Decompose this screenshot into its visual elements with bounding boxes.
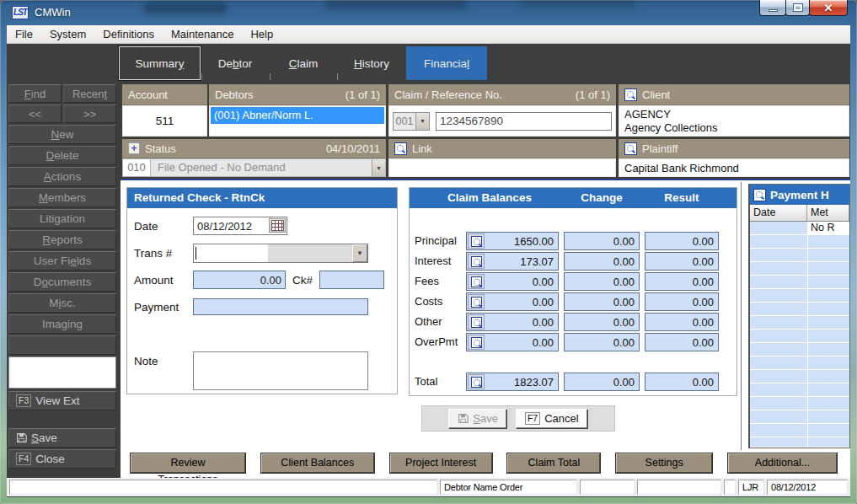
costs-balance-field[interactable]: 0.00 xyxy=(466,292,559,311)
other-change-field[interactable]: 0.00 xyxy=(564,313,640,331)
calendar-button[interactable] xyxy=(269,218,286,233)
status-dropdown[interactable]: File Opened - No Demand ▼ xyxy=(151,158,386,177)
debtor-list-item-selected[interactable]: (001) Abner/Norm L. xyxy=(211,107,384,124)
total-change-field[interactable]: 0.00 xyxy=(564,373,640,391)
sidebar-save-button[interactable]: Save xyxy=(8,428,116,448)
other-result-field[interactable]: 0.00 xyxy=(645,313,719,331)
chevron-down-icon[interactable]: ▼ xyxy=(352,244,367,262)
zoom-button[interactable] xyxy=(468,254,485,269)
chevron-down-icon[interactable]: ▼ xyxy=(415,113,429,130)
save-transaction-button[interactable]: Save xyxy=(448,409,507,429)
title-bar[interactable]: LST CMWin ✕ xyxy=(0,0,857,25)
costs-result-field[interactable]: 0.00 xyxy=(645,292,719,311)
tab-debtor[interactable]: Debtor xyxy=(201,46,270,80)
menu-system[interactable]: System xyxy=(41,25,94,43)
menu-definitions[interactable]: Definitions xyxy=(94,25,163,43)
sidebar-item-user-fields[interactable]: User Fields xyxy=(8,251,116,271)
sidebar-prev-button[interactable]: << xyxy=(8,105,62,123)
tab-summary[interactable]: Summary xyxy=(119,46,201,80)
fees-balance-field[interactable]: 0.00 xyxy=(466,272,559,291)
sidebar-item-misc[interactable]: Misc. xyxy=(8,293,116,313)
link-zoom-icon[interactable] xyxy=(394,142,407,155)
interest-change-field[interactable]: 0.00 xyxy=(564,252,640,271)
account-section: Account 511 xyxy=(122,84,207,137)
link-section: Link xyxy=(388,139,616,177)
trans-number-combobox[interactable]: ▼ xyxy=(193,244,368,263)
total-result-field[interactable]: 0.00 xyxy=(645,373,719,391)
client-name: Agency Collections xyxy=(624,121,844,135)
interest-balance-field[interactable]: 173.07 xyxy=(466,252,559,271)
menu-file[interactable]: File xyxy=(7,25,41,43)
zoom-button[interactable] xyxy=(468,294,485,309)
costs-change-field[interactable]: 0.00 xyxy=(564,292,640,311)
client-balances-button[interactable]: Client Balances xyxy=(261,453,374,473)
method-column-header[interactable]: Met xyxy=(807,205,849,221)
payment-history-grid[interactable]: No R xyxy=(750,222,849,447)
date-column-header[interactable]: Date xyxy=(750,205,807,221)
claim-seq-dropdown[interactable]: 001 ▼ xyxy=(393,112,430,131)
zoom-button[interactable] xyxy=(468,314,485,330)
overpmt-result-field[interactable]: 0.00 xyxy=(645,333,719,351)
other-balance-field[interactable]: 0.00 xyxy=(466,313,559,331)
principal-result-field[interactable]: 0.00 xyxy=(645,232,719,250)
principal-balance-field[interactable]: 1650.00 xyxy=(466,232,559,250)
returned-check-panel: Returned Check - RtnCk Date Trans # ▼ Am… xyxy=(126,187,398,394)
sidebar-item-imaging[interactable]: Imaging xyxy=(8,314,116,334)
chevron-down-icon[interactable]: ▼ xyxy=(372,159,385,176)
close-button[interactable]: ✕ xyxy=(809,0,848,16)
claim-total-button[interactable]: Claim Total xyxy=(507,453,600,473)
fees-result-field[interactable]: 0.00 xyxy=(645,272,719,291)
payment-history-zoom-icon[interactable] xyxy=(753,189,766,201)
additional-button[interactable]: Additional... xyxy=(728,453,837,473)
view-ext-button[interactable]: F3View Ext xyxy=(8,391,116,410)
settings-button[interactable]: Settings xyxy=(616,453,712,473)
maximize-button[interactable] xyxy=(785,0,810,16)
sidebar-item-new[interactable]: New xyxy=(8,125,116,144)
trans-edit-area[interactable] xyxy=(194,244,268,262)
sidebar-find-button[interactable]: Find xyxy=(8,84,62,103)
note-textarea[interactable] xyxy=(193,351,368,390)
transaction-panel-title: Returned Check - RtnCk xyxy=(127,188,397,208)
zoom-button[interactable] xyxy=(468,335,485,350)
total-balance-field[interactable]: 1823.07 xyxy=(466,373,559,391)
sidebar-item-reports[interactable]: Reports xyxy=(8,230,116,249)
sidebar-item-litigation[interactable]: Litigation xyxy=(8,209,116,228)
reference-number-input[interactable] xyxy=(436,112,612,131)
sidebar-item-actions[interactable]: Actions xyxy=(8,167,116,186)
tab-history[interactable]: History xyxy=(337,46,406,80)
sidebar-next-button[interactable]: >> xyxy=(63,105,116,123)
overpmt-balance-field[interactable]: 0.00 xyxy=(466,333,559,351)
principal-change-field[interactable]: 0.00 xyxy=(564,232,640,250)
minimize-button[interactable] xyxy=(759,0,786,16)
zoom-button[interactable] xyxy=(468,274,485,289)
balance-row: Other 0.00 0.00 0.00 xyxy=(410,313,736,331)
interest-result-field[interactable]: 0.00 xyxy=(645,252,719,271)
sidebar-recent-button[interactable]: Recent xyxy=(63,84,116,103)
project-interest-button[interactable]: Project Interest xyxy=(390,453,492,473)
debtor-list[interactable]: (001) Abner/Norm L. xyxy=(209,105,386,137)
fees-change-field[interactable]: 0.00 xyxy=(564,272,640,291)
sidebar-item-members[interactable]: Members xyxy=(8,188,116,207)
menu-maintenance[interactable]: Maintenance xyxy=(163,25,242,43)
sidebar-item-documents[interactable]: Documents xyxy=(8,272,116,292)
link-header: Link xyxy=(388,139,616,158)
status-add-icon[interactable]: + xyxy=(128,142,140,154)
tab-financial[interactable]: Financial xyxy=(406,46,487,80)
amount-input[interactable] xyxy=(193,271,286,289)
sidebar-item-delete[interactable]: Delete xyxy=(8,146,116,165)
f4-keycap: F4 xyxy=(16,453,31,465)
check-number-input[interactable] xyxy=(319,271,384,289)
menu-help[interactable]: Help xyxy=(242,25,281,43)
zoom-button[interactable] xyxy=(468,374,485,389)
payment-input[interactable] xyxy=(193,298,368,315)
overpmt-change-field[interactable]: 0.00 xyxy=(564,333,640,351)
glass-reflection xyxy=(143,3,228,13)
client-zoom-icon[interactable] xyxy=(624,88,637,101)
review-transactions-button[interactable]: Review Transactions xyxy=(131,453,245,473)
plaintiff-zoom-icon[interactable] xyxy=(624,142,637,155)
payment-history-column-headers: Date Met xyxy=(750,205,849,222)
sidebar-close-button[interactable]: F4Close xyxy=(8,449,116,469)
zoom-button[interactable] xyxy=(468,233,485,249)
cancel-button[interactable]: F7 Cancel xyxy=(516,409,588,429)
tab-claim[interactable]: Claim xyxy=(270,46,337,80)
